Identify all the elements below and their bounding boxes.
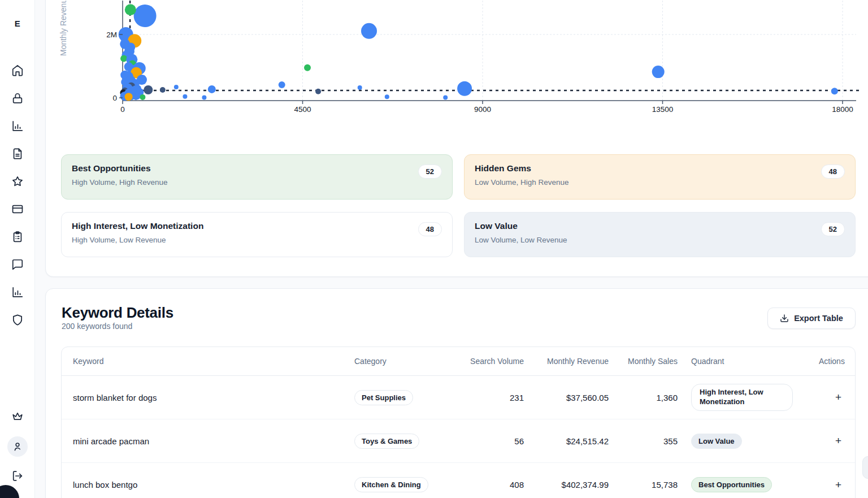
chart-bubble[interactable]: [183, 94, 187, 99]
svg-text:0: 0: [112, 94, 117, 102]
quadrant-card-subtitle: High Volume, High Revenue: [72, 178, 440, 187]
column-header-monthly-revenue: Monthly Revenue: [524, 356, 609, 367]
sidebar-item-message[interactable]: [11, 258, 24, 271]
sidebar-item-home[interactable]: [11, 64, 24, 77]
quadrant-card-2[interactable]: High Interest, Low MonetizationHigh Volu…: [61, 212, 453, 257]
quadrant-card-3[interactable]: Low ValueLow Volume, Low Revenue52: [464, 212, 856, 257]
chart-bubble[interactable]: [279, 81, 285, 88]
message-icon: [11, 258, 24, 271]
quadrant-cell: Low Value: [678, 434, 819, 449]
sidebar-item-star[interactable]: [11, 175, 24, 188]
keyword-table: KeywordCategorySearch VolumeMonthly Reve…: [61, 347, 856, 498]
bar-chart-2-icon: [11, 286, 24, 298]
quadrant-card-0[interactable]: Best OpportunitiesHigh Volume, High Reve…: [61, 154, 453, 200]
sidebar-item-log-out[interactable]: [0, 470, 35, 482]
table-row: storm blanket for dogsPet Supplies231$37…: [62, 376, 855, 419]
floating-button-partial[interactable]: [862, 456, 868, 479]
keyword-details-title: Keyword Details: [62, 304, 173, 322]
quadrant-cell: High Interest, Low Monetization: [678, 384, 819, 411]
chart-bubble[interactable]: [443, 95, 448, 99]
quadrant-card-title: Best Opportunities: [72, 163, 440, 174]
sidebar-item-file-text[interactable]: [11, 148, 24, 160]
monthly-sales-cell: 15,738: [609, 480, 678, 490]
quadrant-card-title: Low Value: [475, 221, 843, 231]
quadrant-count-badge: 48: [418, 222, 442, 236]
sidebar-nav: [0, 64, 35, 326]
chart-bubble[interactable]: [304, 64, 311, 71]
quadrant-pill: High Interest, Low Monetization: [691, 384, 793, 411]
export-table-button[interactable]: Export Table: [767, 308, 856, 329]
column-header-keyword: Keyword: [73, 356, 354, 367]
quadrant-card-subtitle: Low Volume, Low Revenue: [475, 236, 843, 244]
chart-bubble[interactable]: [174, 85, 179, 89]
opportunity-chart-card: 02M0450090001350018000Monthly Revenue Be…: [45, 0, 868, 277]
actions-cell: +: [819, 479, 844, 491]
chart-bubble[interactable]: [125, 93, 133, 101]
chart-bubble[interactable]: [134, 5, 157, 27]
chart-bubble[interactable]: [208, 85, 216, 93]
table-row: mini arcade pacmanToys & Games56$24,515.…: [62, 419, 855, 463]
quadrant-pill: Low Value: [691, 434, 742, 449]
chart-bubble[interactable]: [144, 85, 153, 94]
clipboard-icon: [11, 231, 24, 243]
svg-text:2M: 2M: [106, 31, 117, 39]
add-keyword-button[interactable]: +: [833, 479, 844, 491]
actions-cell: +: [819, 435, 844, 447]
chart-bubble[interactable]: [140, 94, 145, 100]
bubble-chart: 02M0450090001350018000Monthly Revenue: [46, 1, 868, 120]
add-keyword-button[interactable]: +: [833, 435, 844, 447]
svg-text:9000: 9000: [474, 105, 491, 114]
credit-card-icon: [11, 203, 24, 215]
svg-text:4500: 4500: [294, 105, 311, 114]
chart-bubble[interactable]: [202, 95, 206, 99]
add-keyword-button[interactable]: +: [833, 391, 844, 404]
quadrant-card-title: Hidden Gems: [475, 163, 843, 174]
monthly-revenue-cell: $24,515.42: [524, 436, 609, 446]
chart-bubble[interactable]: [125, 4, 136, 15]
table-row: lunch box bentgoKitchen & Dining408$402,…: [62, 463, 855, 498]
keyword-count-subtitle: 200 keywords found: [62, 322, 132, 331]
monthly-sales-cell: 1,360: [609, 393, 678, 402]
sidebar-item-shield[interactable]: [11, 314, 24, 326]
sidebar-item-crown[interactable]: [0, 410, 35, 423]
svg-text:0: 0: [120, 105, 125, 114]
sidebar-item-credit-card[interactable]: [11, 203, 24, 215]
shield-icon: [11, 314, 24, 326]
column-header-category: Category: [354, 356, 459, 367]
svg-text:13500: 13500: [652, 105, 674, 114]
sidebar-item-user[interactable]: [0, 436, 35, 457]
sidebar-item-bar-chart[interactable]: [11, 120, 24, 132]
bar-chart-icon: [11, 120, 24, 132]
sidebar-item-bar-chart-2[interactable]: [11, 286, 24, 298]
download-icon: [780, 314, 789, 323]
chart-bubble[interactable]: [385, 94, 389, 99]
quadrant-card-1[interactable]: Hidden GemsLow Volume, High Revenue48: [464, 154, 856, 200]
chart-bubble[interactable]: [457, 81, 472, 96]
actions-cell: +: [819, 391, 844, 404]
file-text-icon: [11, 148, 24, 160]
category-pill: Pet Supplies: [354, 390, 413, 405]
quadrant-card-subtitle: High Volume, Low Revenue: [72, 236, 440, 244]
search-volume-cell: 56: [459, 436, 524, 446]
sidebar-item-lock[interactable]: [11, 92, 24, 105]
quadrant-count-badge: 52: [418, 164, 442, 179]
chart-bubble[interactable]: [160, 87, 166, 93]
sidebar-item-clipboard[interactable]: [11, 231, 24, 243]
monthly-revenue-cell: $37,560.05: [524, 393, 609, 402]
svg-text:18000: 18000: [832, 105, 853, 114]
keyword-cell: mini arcade pacman: [73, 436, 354, 446]
user-avatar[interactable]: [7, 436, 28, 457]
chart-bubble[interactable]: [133, 94, 138, 100]
keyword-cell: storm blanket for dogs: [73, 393, 354, 402]
lock-icon: [11, 92, 24, 105]
chart-bubble[interactable]: [831, 88, 838, 94]
chart-bubble[interactable]: [120, 55, 127, 62]
star-icon: [11, 175, 24, 188]
category-cell: Pet Supplies: [354, 390, 459, 405]
quadrant-cell: Best Opportunities: [678, 477, 819, 492]
chart-bubble[interactable]: [652, 66, 665, 78]
column-header-actions: Actions: [819, 356, 845, 367]
chart-bubble[interactable]: [361, 23, 377, 39]
chart-bubble[interactable]: [358, 85, 362, 90]
chart-bubble[interactable]: [315, 89, 321, 94]
